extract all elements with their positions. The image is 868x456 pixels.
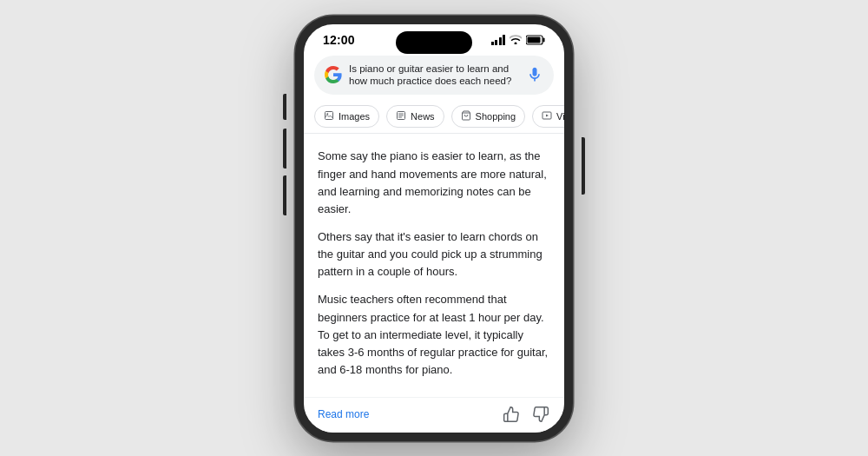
shopping-tab-icon — [461, 110, 471, 122]
signal-bars-icon — [491, 35, 506, 45]
tab-shopping[interactable]: Shopping — [451, 105, 526, 128]
volume-up-button — [283, 129, 286, 169]
signal-bar-3 — [499, 37, 502, 45]
search-container: Is piano or guitar easier to learn and h… — [304, 50, 564, 102]
shopping-tab-label: Shopping — [476, 111, 516, 122]
signal-bar-1 — [491, 42, 494, 45]
svg-rect-2 — [528, 36, 541, 43]
status-icons — [491, 35, 546, 45]
answer-paragraph-1: Some say the piano is easier to learn, a… — [318, 148, 550, 218]
svg-point-4 — [326, 114, 328, 116]
mute-button — [283, 94, 286, 120]
news-tab-label: News — [411, 111, 435, 122]
thumbs-up-button[interactable] — [502, 405, 521, 424]
search-bar[interactable]: Is piano or guitar easier to learn and h… — [314, 56, 554, 96]
filter-tabs: Images News — [304, 102, 564, 134]
images-tab-label: Images — [339, 111, 370, 122]
dynamic-island — [396, 31, 472, 54]
bottom-actions: Read more — [304, 397, 564, 433]
power-button — [582, 137, 585, 195]
signal-bar-4 — [503, 35, 505, 45]
volume-down-button — [283, 175, 286, 215]
videos-tab-icon — [542, 110, 552, 122]
mic-icon[interactable] — [526, 66, 543, 83]
battery-icon — [526, 35, 545, 45]
search-query-text: Is piano or guitar easier to learn and h… — [349, 63, 519, 89]
images-tab-icon — [324, 110, 334, 122]
svg-marker-11 — [546, 115, 549, 117]
news-tab-icon — [396, 110, 406, 122]
phone-screen: 12:00 — [304, 24, 564, 433]
answer-paragraph-2: Others say that it's easier to learn cho… — [318, 228, 550, 281]
answer-paragraph-3: Music teachers often recommend that begi… — [318, 291, 550, 379]
videos-tab-label: Vide... — [556, 111, 564, 122]
thumbs-down-button[interactable] — [531, 405, 550, 424]
phone-mockup: 12:00 — [295, 16, 573, 441]
google-logo — [325, 66, 342, 83]
answer-text: Some say the piano is easier to learn, a… — [318, 148, 550, 379]
svg-rect-3 — [326, 112, 333, 120]
answer-content: Some say the piano is easier to learn, a… — [304, 134, 564, 396]
svg-rect-1 — [543, 37, 545, 42]
tab-videos[interactable]: Vide... — [532, 105, 564, 128]
signal-bar-2 — [495, 40, 497, 45]
read-more-link[interactable]: Read more — [318, 408, 369, 420]
tab-images[interactable]: Images — [314, 105, 379, 128]
status-time: 12:00 — [323, 33, 355, 47]
tab-news[interactable]: News — [386, 105, 444, 128]
phone-frame: 12:00 — [295, 16, 573, 441]
thumb-icons — [502, 405, 550, 424]
wifi-icon — [510, 35, 522, 44]
